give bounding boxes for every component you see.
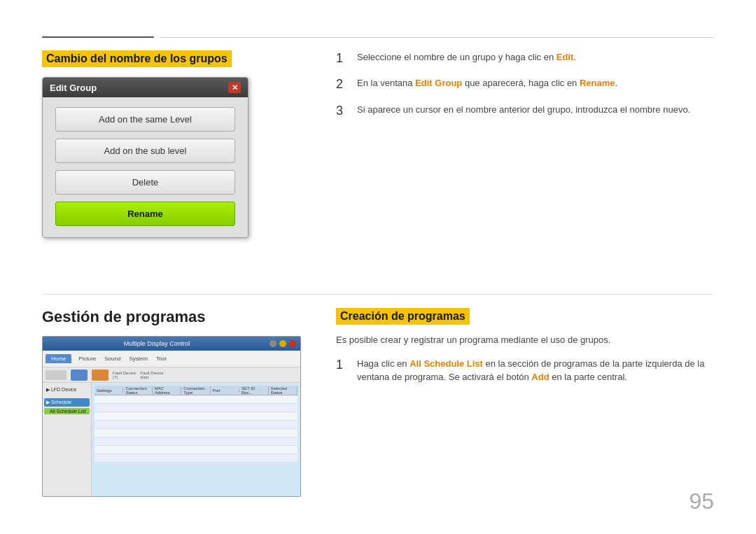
dialog-titlebar: Edit Group ✕ — [43, 78, 248, 97]
mock-table-rows — [94, 395, 298, 495]
top-decorative-lines — [42, 36, 714, 38]
mock-tr-2 — [94, 404, 298, 412]
section-title-gestion: Gestión de programas — [42, 308, 322, 326]
dialog-body: Add on the same Level Add on the sub lev… — [43, 97, 248, 237]
page-number: 95 — [689, 489, 714, 514]
mock-th-selected: Selected Status — [269, 386, 298, 395]
mock-th-conn-status: Connection Status — [123, 386, 152, 395]
mock-tr-1 — [94, 395, 298, 404]
section-title-cambio: Cambio del nombre de los grupos — [42, 50, 232, 67]
line-short — [42, 36, 154, 38]
left-top-section: Cambio del nombre de los grupos Edit Gro… — [42, 50, 322, 238]
mock-tr-4 — [94, 421, 298, 429]
mock-menu: Picture Sound System Tool — [76, 356, 169, 362]
mock-th-conn-type: Connection Type — [181, 386, 210, 395]
btn-add-same-level[interactable]: Add on the same Level — [55, 107, 235, 132]
mock-toolbar: Home Picture Sound System Tool — [43, 351, 300, 367]
mock-tr-3 — [94, 412, 298, 421]
highlight-all-schedule: All Schedule List — [410, 358, 483, 369]
mock-menu-sound: Sound — [104, 356, 120, 362]
mock-icon-2 — [92, 370, 108, 381]
mock-tr-8 — [94, 454, 298, 463]
mock-tr-5 — [94, 429, 298, 437]
step-3: 3 Si aparece un cursor en el nombre ante… — [336, 103, 714, 119]
mock-ctrl-max — [279, 340, 286, 347]
mock-toolbar-2: Fault Device(?) Fault DeviceAlert — [43, 367, 300, 383]
highlight-rename: Rename — [580, 78, 615, 88]
mock-icon-1 — [71, 370, 88, 381]
mock-tr-6 — [94, 437, 298, 446]
step-text-1: Seleccione el nombre de un grupo y haga … — [357, 50, 576, 64]
mock-label-fault2: Fault DeviceAlert — [140, 371, 163, 379]
step-1: 1 Seleccione el nombre de un grupo y hag… — [336, 50, 714, 66]
mock-search-box — [46, 370, 66, 380]
mock-titlebar: Multiple Display Control — [43, 337, 300, 351]
mock-main: Settings Connection Status MAC Address C… — [92, 383, 300, 497]
line-long — [160, 37, 714, 38]
step-2: 2 En la ventana Edit Group que aparecerá… — [336, 76, 714, 92]
highlight-edit: Edit — [556, 52, 574, 62]
mock-tab-home: Home — [46, 354, 71, 363]
highlight-edit-group: Edit Group — [415, 78, 462, 88]
mock-ctrl-close — [289, 340, 296, 347]
mock-table-header: Settings Connection Status MAC Address C… — [94, 386, 298, 395]
mock-th-mac: MAC Address — [153, 386, 181, 395]
screenshot-mockup: Multiple Display Control Home Picture So… — [42, 336, 301, 497]
step-number-2: 2 — [336, 76, 350, 92]
bottom-step-1: 1 Haga clic en All Schedule List en la s… — [336, 357, 714, 384]
mock-sidebar-all-schedule: All Schedule List — [44, 408, 90, 414]
right-top-section: 1 Seleccione el nombre de un grupo y hag… — [336, 50, 714, 129]
mock-content: ▶ LFD Device ▶ Schedule All Schedule Lis… — [43, 383, 300, 497]
step-number-3: 3 — [336, 103, 350, 119]
bottom-step-text-1: Haga clic en All Schedule List en la sec… — [357, 357, 714, 384]
btn-rename[interactable]: Rename — [55, 202, 235, 226]
mock-th-setid: SET ID Bas... — [239, 386, 268, 395]
mock-app-title: Multiple Display Control — [47, 340, 267, 347]
mock-th-port: Port — [211, 388, 239, 393]
btn-add-sub-level[interactable]: Add on the sub level — [55, 139, 235, 163]
mock-tr-7 — [94, 446, 298, 454]
step-number-1: 1 — [336, 50, 350, 66]
btn-delete[interactable]: Delete — [55, 170, 235, 195]
mock-sidebar-schedule: ▶ Schedule — [44, 398, 90, 407]
edit-group-dialog: Edit Group ✕ Add on the same Level Add o… — [42, 77, 248, 238]
dialog-close-button[interactable]: ✕ — [228, 82, 241, 93]
creacion-description: Es posible crear y registrar un programa… — [336, 333, 714, 347]
step-text-2: En la ventana Edit Group que aparecerá, … — [357, 76, 617, 90]
bottom-divider — [42, 294, 714, 295]
mock-ctrl-min — [270, 340, 276, 347]
bottom-step-number-1: 1 — [336, 357, 350, 373]
dialog-title-text: Edit Group — [50, 83, 97, 93]
highlight-add: Add — [531, 372, 549, 382]
mock-th-settings: Settings — [94, 388, 123, 393]
mock-menu-system: System — [129, 356, 148, 362]
section-title-creacion: Creación de programas — [336, 308, 470, 325]
mock-sidebar-lfd: ▶ LFD Device — [44, 386, 90, 394]
mock-menu-tool: Tool — [156, 356, 167, 362]
mock-menu-picture: Picture — [78, 356, 96, 362]
bottom-left-section: Gestión de programas Multiple Display Co… — [42, 308, 322, 497]
mock-sidebar: ▶ LFD Device ▶ Schedule All Schedule Lis… — [43, 383, 92, 497]
mock-label-fault1: Fault Device(?) — [113, 371, 136, 379]
step-text-3: Si aparece un cursor en el nombre anteri… — [357, 103, 690, 117]
bottom-right-section: Creación de programas Es posible crear y… — [336, 308, 714, 394]
